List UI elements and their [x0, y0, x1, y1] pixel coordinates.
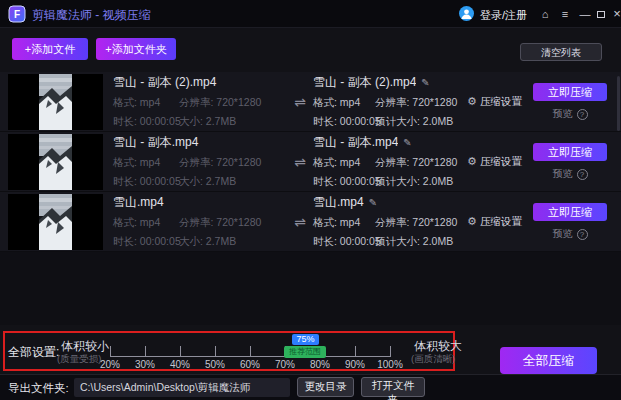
source-duration: 00:00:05 [140, 175, 181, 187]
scrollbar-thumb[interactable] [617, 76, 620, 131]
compression-settings-button[interactable]: ⚙ 压缩设置 [467, 215, 523, 229]
open-folder-button[interactable]: 打开文件夹 [361, 377, 425, 397]
resolution-label: 分辨率: [375, 156, 409, 168]
source-file-name: 雪山 - 副本.mp4 [113, 134, 291, 151]
source-format: mp4 [140, 216, 160, 228]
page-title: 剪辑魔法师 - 视频压缩 [32, 7, 151, 24]
all-settings-label: 全部设置: [8, 344, 59, 361]
clear-list-button[interactable]: 清空列表 [520, 43, 602, 61]
resolution-label: 分辨率: [179, 96, 213, 108]
source-info: 雪山 - 副本.mp4 格式: mp4 分辨率: 720*1280 时长: 00… [113, 134, 291, 189]
file-row: 雪山.mp4 格式: mp4 分辨率: 720*1280 时长: 00:00:0… [0, 192, 621, 252]
slider-tick [145, 346, 146, 357]
edit-name-icon[interactable]: ✎ [369, 197, 377, 208]
swap-arrows-icon: ⇌ [291, 94, 309, 110]
duration-label: 时长: [313, 115, 337, 127]
help-icon: ? [577, 229, 588, 240]
file-row: 雪山 - 副本 (2).mp4 格式: mp4 分辨率: 720*1280 时长… [0, 72, 621, 132]
source-size: 2.7MB [206, 175, 236, 187]
source-format: mp4 [140, 156, 160, 168]
close-icon[interactable]: × [609, 6, 621, 22]
output-est-size: 2.0MB [423, 235, 453, 247]
swap-arrows-icon: ⇌ [291, 154, 309, 170]
maximize-box [597, 11, 605, 18]
preview-label: 预览 [553, 167, 573, 181]
slider-tick-label: 20% [93, 359, 127, 370]
est-size-label: 预计大小: [375, 175, 420, 187]
duration-label: 时长: [313, 235, 337, 247]
source-duration: 00:00:05 [140, 235, 181, 247]
resolution-label: 分辨率: [375, 96, 409, 108]
format-label: 格式: [113, 96, 137, 108]
output-resolution: 720*1280 [412, 156, 457, 168]
video-thumbnail[interactable] [8, 134, 103, 190]
size-label: 大小: [179, 235, 203, 247]
app-window: F 剪辑魔法师 - 视频压缩 登录/注册 ⌂ ≡ — × +添加文件 +添加文件… [0, 0, 621, 400]
output-file-name: 雪山.mp4 [313, 194, 364, 211]
slider-value-tooltip: 75% [292, 334, 319, 345]
source-info: 雪山.mp4 格式: mp4 分辨率: 720*1280 时长: 00:00:0… [113, 194, 291, 249]
size-label: 大小: [179, 115, 203, 127]
video-thumbnail[interactable] [8, 74, 103, 130]
slider-tick-label: 50% [198, 359, 232, 370]
slider-tick-label: 60% [233, 359, 267, 370]
row-actions: 立即压缩 预览 ? [527, 82, 613, 121]
slider-handle[interactable]: 推荐范围 [284, 346, 326, 358]
slider-tick-label: 80% [303, 359, 337, 370]
format-label: 格式: [313, 216, 337, 228]
compress-now-button[interactable]: 立即压缩 [533, 203, 607, 221]
slider-tick [180, 346, 181, 357]
slider-tick [250, 346, 251, 357]
edit-name-icon[interactable]: ✎ [403, 137, 411, 148]
slider-tick [390, 346, 391, 357]
format-label: 格式: [113, 216, 137, 228]
preview-link[interactable]: 预览 ? [527, 107, 613, 121]
maximize-icon[interactable] [593, 6, 609, 22]
resolution-label: 分辨率: [375, 216, 409, 228]
preview-link[interactable]: 预览 ? [527, 167, 613, 181]
slider-tick-label: 70% [268, 359, 302, 370]
slider-tick-label: 30% [128, 359, 162, 370]
file-list: 雪山 - 副本 (2).mp4 格式: mp4 分辨率: 720*1280 时长… [0, 72, 621, 325]
compress-now-button[interactable]: 立即压缩 [533, 143, 607, 161]
menu-icon[interactable]: ≡ [557, 6, 573, 22]
output-format: mp4 [340, 156, 360, 168]
preview-label: 预览 [553, 107, 573, 121]
output-resolution: 720*1280 [412, 216, 457, 228]
slider-tick [355, 346, 356, 357]
source-format: mp4 [140, 96, 160, 108]
export-path-field[interactable] [74, 378, 290, 397]
edit-name-icon[interactable]: ✎ [421, 77, 429, 88]
minimize-icon[interactable]: — [577, 6, 593, 22]
est-size-label: 预计大小: [375, 115, 420, 127]
login-register-link[interactable]: 登录/注册 [480, 8, 527, 23]
add-folder-button[interactable]: +添加文件夹 [96, 38, 176, 60]
output-est-size: 2.0MB [423, 115, 453, 127]
source-resolution: 720*1280 [216, 156, 261, 168]
svg-text:F: F [14, 9, 20, 20]
help-icon: ? [577, 109, 588, 120]
home-icon[interactable]: ⌂ [537, 6, 553, 22]
compress-all-button[interactable]: 全部压缩 [500, 347, 597, 374]
compression-settings-label: 压缩设置 [480, 95, 522, 109]
change-directory-button[interactable]: 更改目录 [297, 377, 354, 397]
format-label: 格式: [113, 156, 137, 168]
compression-settings-button[interactable]: ⚙ 压缩设置 [467, 95, 523, 109]
avatar-icon[interactable] [459, 6, 474, 25]
compress-now-button[interactable]: 立即压缩 [533, 83, 607, 101]
format-label: 格式: [313, 156, 337, 168]
preview-link[interactable]: 预览 ? [527, 227, 613, 241]
gear-icon: ⚙ [467, 155, 477, 168]
duration-label: 时长: [313, 175, 337, 187]
file-row: 雪山 - 副本.mp4 格式: mp4 分辨率: 720*1280 时长: 00… [0, 132, 621, 192]
slider-tick-label: 100% [373, 359, 407, 370]
add-file-button[interactable]: +添加文件 [12, 38, 88, 60]
compression-settings-button[interactable]: ⚙ 压缩设置 [467, 155, 523, 169]
output-est-size: 2.0MB [423, 175, 453, 187]
video-thumbnail[interactable] [8, 194, 103, 250]
output-resolution: 720*1280 [412, 96, 457, 108]
output-format: mp4 [340, 96, 360, 108]
resolution-label: 分辨率: [179, 156, 213, 168]
output-file-name: 雪山 - 副本 (2).mp4 [313, 74, 416, 91]
slider-tick [215, 346, 216, 357]
